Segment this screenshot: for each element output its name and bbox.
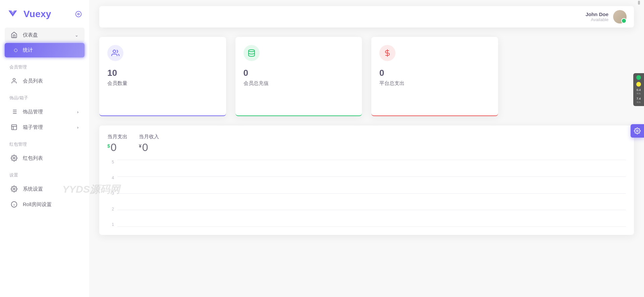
chart-ytick: 1 — [107, 222, 114, 227]
revenue-income-title: 当月收入 — [139, 134, 159, 140]
user-icon — [11, 78, 17, 84]
chart-ytick: 2 — [107, 207, 114, 211]
brand-logo-icon — [7, 8, 19, 20]
svg-point-18 — [249, 50, 255, 52]
revenue-income-block: 当月收入 ¥0 — [139, 134, 159, 154]
layout-icon — [11, 124, 17, 131]
stat-card-members: 10 会员数量 — [99, 37, 226, 116]
dollar-icon — [379, 45, 395, 61]
sidebar-item-label: 仪表盘 — [23, 32, 38, 38]
sidebar-section-decor: 饰品/箱子 — [0, 89, 89, 104]
chart-ytick: 5 — [107, 160, 114, 164]
sidebar-item-label: 饰品管理 — [23, 109, 43, 115]
user-status: Available — [586, 17, 608, 22]
gear-icon — [11, 155, 17, 161]
currency-symbol: ¥ — [139, 143, 142, 149]
chart-ytick: 4 — [107, 176, 114, 180]
chevron-down-icon: ⌄ — [75, 33, 78, 38]
svg-point-2 — [13, 79, 15, 81]
sidebar-toggle-icon[interactable] — [74, 10, 83, 18]
avatar — [613, 10, 627, 23]
svg-point-13 — [13, 188, 15, 190]
stat-label: 会员总充值 — [244, 80, 354, 87]
sidebar-section-settings: 设置 — [0, 166, 89, 181]
info-icon — [11, 201, 17, 208]
sidebar-item-redpacket-list[interactable]: 红包列表 — [5, 151, 85, 165]
sidebar: Vuexy 仪表盘 ⌄ 统计 会员管理 会员列表 饰品/箱子 饰品管理 › — [0, 0, 89, 297]
revenue-chart: 5 4 3 2 1 — [107, 160, 626, 227]
database-icon — [244, 45, 260, 61]
revenue-card: 当月支出 $0 当月收入 ¥0 5 4 3 2 1 — [99, 126, 634, 235]
sidebar-item-decor-mgmt[interactable]: 饰品管理 › — [5, 104, 85, 119]
revenue-expense-title: 当月支出 — [107, 134, 127, 140]
home-icon — [11, 32, 17, 38]
sidebar-item-label: 系统设置 — [23, 186, 43, 192]
main-content: John Doe Available 10 会员数量 0 会员总充值 0 平台总… — [89, 0, 644, 297]
chart-ytick: 3 — [107, 191, 114, 196]
sidebar-item-box-mgmt[interactable]: 箱子管理 › — [5, 120, 85, 135]
chevron-right-icon: › — [77, 109, 78, 114]
svg-rect-9 — [12, 125, 17, 130]
brand-name: Vuexy — [23, 9, 51, 19]
revenue-expense-block: 当月支出 $0 — [107, 134, 127, 154]
svg-point-1 — [78, 13, 79, 15]
sidebar-item-label: Roll房间设置 — [23, 201, 52, 208]
chevron-right-icon: › — [77, 125, 78, 130]
sidebar-item-label: 箱子管理 — [23, 124, 43, 131]
currency-symbol: $ — [107, 143, 110, 149]
revenue-expense-value: 0 — [111, 141, 117, 154]
sidebar-item-label: 红包列表 — [23, 155, 43, 161]
stat-value: 0 — [244, 68, 354, 78]
top-bar: John Doe Available — [99, 6, 634, 28]
sidebar-item-label: 统计 — [23, 47, 33, 53]
settings-fab-button[interactable] — [631, 124, 644, 138]
stat-label: 平台总支出 — [379, 80, 490, 87]
svg-point-0 — [76, 11, 82, 17]
page-scrollbar[interactable] — [638, 0, 640, 297]
sidebar-item-roll-room[interactable]: Roll房间设置 — [5, 197, 85, 212]
svg-point-17 — [113, 50, 116, 53]
user-name: John Doe — [586, 11, 608, 17]
sidebar-item-stats[interactable]: 统计 — [5, 43, 85, 57]
sidebar-item-member-list[interactable]: 会员列表 — [5, 73, 85, 88]
users-icon — [107, 45, 123, 61]
stat-label: 会员数量 — [107, 80, 218, 87]
sidebar-item-dashboard[interactable]: 仪表盘 ⌄ — [5, 28, 85, 42]
brand-header: Vuexy — [0, 5, 89, 27]
sidebar-item-system-settings[interactable]: 系统设置 — [5, 182, 85, 196]
sidebar-item-label: 会员列表 — [23, 78, 43, 84]
user-menu[interactable]: John Doe Available — [586, 10, 627, 23]
sidebar-section-redpacket: 红包管理 — [0, 135, 89, 150]
stat-card-expense: 0 平台总支出 — [371, 37, 498, 116]
stat-value: 0 — [379, 68, 490, 78]
stat-row: 10 会员数量 0 会员总充值 0 平台总支出 — [99, 37, 634, 116]
revenue-income-value: 0 — [142, 141, 148, 154]
circle-icon — [14, 49, 17, 52]
stat-value: 10 — [107, 68, 218, 78]
sidebar-section-member: 会员管理 — [0, 58, 89, 73]
stat-card-recharge: 0 会员总充值 — [235, 37, 362, 116]
gear-icon — [11, 186, 17, 192]
list-icon — [11, 108, 17, 115]
svg-point-12 — [13, 157, 15, 159]
